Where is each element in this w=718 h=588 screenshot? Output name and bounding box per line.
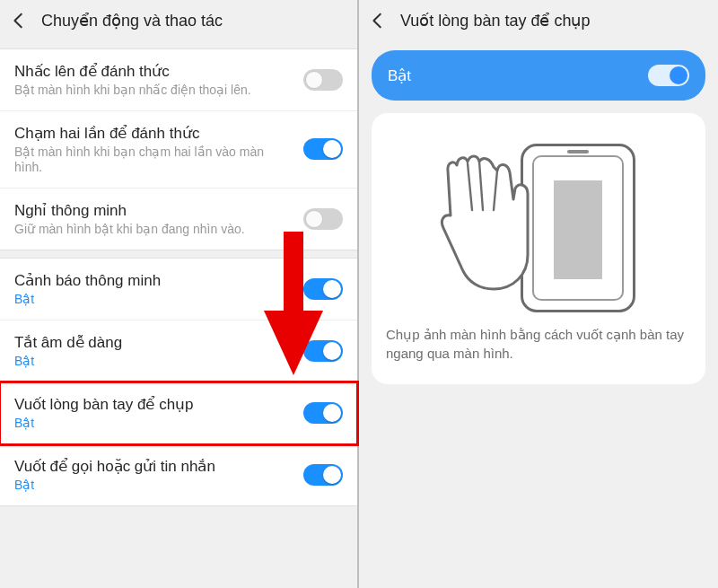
back-icon[interactable] — [9, 11, 29, 31]
svg-marker-1 — [264, 311, 323, 375]
master-toggle-label: Bật — [388, 66, 411, 85]
row-title: Nhấc lên để đánh thức — [14, 62, 251, 81]
header: Chuyển động và thao tác — [0, 0, 357, 41]
row-lift-to-wake[interactable]: Nhấc lên để đánh thức Bật màn hình khi b… — [0, 49, 357, 111]
toggle-palm-swipe-capture[interactable] — [303, 402, 343, 424]
back-icon[interactable] — [368, 11, 388, 31]
screen-palm-swipe-detail: Vuốt lòng bàn tay để chụp Bật C — [359, 0, 718, 588]
row-subtitle: Bật màn hình khi bạn nhấc điện thoại lên… — [14, 83, 251, 98]
toggle-lift-to-wake[interactable] — [303, 69, 343, 91]
master-toggle-switch[interactable] — [648, 65, 689, 86]
palm-swipe-illustration — [422, 131, 655, 311]
row-double-tap-wake[interactable]: Chạm hai lần để đánh thức Bật màn hình k… — [0, 111, 357, 189]
row-subtitle: Bật màn hình khi bạn chạm hai lần vào mà… — [14, 145, 294, 175]
row-status: Bật — [14, 292, 161, 307]
row-title: Vuốt để gọi hoặc gửi tin nhắn — [14, 457, 215, 476]
row-title: Chạm hai lần để đánh thức — [14, 124, 294, 143]
row-subtitle: Giữ màn hình bật khi bạn đang nhìn vào. — [14, 222, 245, 237]
toggle-double-tap-wake[interactable] — [303, 138, 343, 160]
toggle-swipe-call-message[interactable] — [303, 464, 343, 486]
row-title: Vuốt lòng bàn tay để chụp — [14, 395, 194, 414]
master-toggle[interactable]: Bật — [372, 50, 705, 101]
header: Vuốt lòng bàn tay để chụp — [359, 0, 718, 41]
row-swipe-call-message[interactable]: Vuốt để gọi hoặc gửi tin nhắn Bật — [0, 444, 357, 505]
row-status: Bật — [14, 478, 215, 493]
row-title: Cảnh báo thông minh — [14, 271, 161, 290]
description-panel: Chụp ảnh màn hình bằng cách vuốt cạnh bà… — [372, 113, 705, 384]
row-title: Nghỉ thông minh — [14, 201, 245, 220]
phone-icon — [521, 144, 635, 312]
page-title: Vuốt lòng bàn tay để chụp — [400, 11, 590, 31]
row-palm-swipe-capture[interactable]: Vuốt lòng bàn tay để chụp Bật — [0, 382, 357, 444]
svg-rect-0 — [284, 232, 303, 314]
toggle-smart-stay[interactable] — [303, 208, 343, 230]
page-title: Chuyển động và thao tác — [41, 11, 223, 31]
settings-group-1: Nhấc lên để đánh thức Bật màn hình khi b… — [0, 48, 357, 250]
hand-icon — [438, 151, 537, 294]
description-text: Chụp ảnh màn hình bằng cách vuốt cạnh bà… — [386, 325, 691, 363]
arrow-annotation-icon — [264, 232, 323, 375]
row-status: Bật — [14, 416, 194, 431]
row-title: Tắt âm dễ dàng — [14, 333, 122, 352]
row-status: Bật — [14, 354, 122, 369]
